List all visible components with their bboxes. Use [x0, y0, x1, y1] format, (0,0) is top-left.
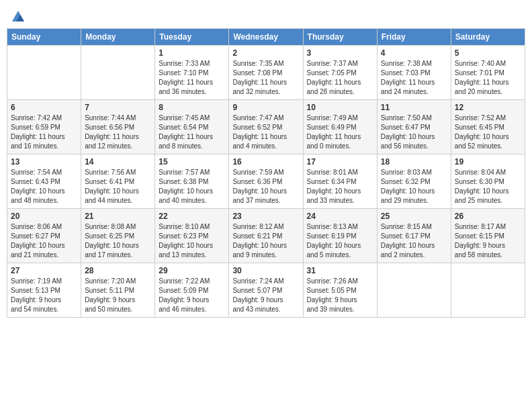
- days-of-week-row: SundayMondayTuesdayWednesdayThursdayFrid…: [7, 29, 525, 46]
- calendar-cell: 8Sunrise: 7:45 AM Sunset: 6:54 PM Daylig…: [155, 100, 229, 154]
- day-of-week-header: Thursday: [303, 29, 377, 46]
- calendar-cell: [451, 263, 525, 318]
- calendar-cell: 7Sunrise: 7:44 AM Sunset: 6:56 PM Daylig…: [81, 100, 155, 154]
- day-number: 26: [455, 212, 521, 221]
- day-number: 30: [232, 266, 299, 275]
- day-info: Sunrise: 7:26 AM Sunset: 5:05 PM Dayligh…: [307, 277, 373, 314]
- calendar-cell: [377, 263, 451, 318]
- day-info: Sunrise: 7:38 AM Sunset: 7:03 PM Dayligh…: [381, 59, 447, 97]
- day-info: Sunrise: 7:44 AM Sunset: 6:56 PM Dayligh…: [85, 113, 151, 151]
- day-number: 31: [307, 266, 373, 275]
- day-number: 24: [307, 212, 373, 221]
- day-info: Sunrise: 7:37 AM Sunset: 7:05 PM Dayligh…: [307, 59, 373, 97]
- day-number: 11: [381, 103, 447, 112]
- day-info: Sunrise: 7:50 AM Sunset: 6:47 PM Dayligh…: [381, 113, 447, 151]
- day-number: 25: [381, 212, 447, 221]
- day-of-week-header: Wednesday: [229, 29, 303, 46]
- calendar-cell: 28Sunrise: 7:20 AM Sunset: 5:11 PM Dayli…: [81, 263, 155, 318]
- calendar-cell: 30Sunrise: 7:24 AM Sunset: 5:07 PM Dayli…: [229, 263, 303, 318]
- day-number: 20: [11, 212, 77, 221]
- calendar-cell: 31Sunrise: 7:26 AM Sunset: 5:05 PM Dayli…: [303, 263, 377, 318]
- day-number: 1: [159, 48, 225, 58]
- calendar-cell: 14Sunrise: 7:56 AM Sunset: 6:41 PM Dayli…: [81, 154, 155, 209]
- day-info: Sunrise: 8:13 AM Sunset: 6:19 PM Dayligh…: [307, 222, 373, 260]
- day-number: 12: [455, 103, 521, 112]
- day-number: 28: [85, 266, 151, 275]
- calendar-week-row: 27Sunrise: 7:19 AM Sunset: 5:13 PM Dayli…: [7, 263, 525, 318]
- day-info: Sunrise: 7:42 AM Sunset: 6:59 PM Dayligh…: [11, 113, 77, 151]
- day-number: 29: [159, 266, 225, 275]
- logo: [9, 9, 26, 24]
- calendar-cell: 27Sunrise: 7:19 AM Sunset: 5:13 PM Dayli…: [7, 263, 81, 318]
- day-number: 4: [381, 48, 447, 58]
- calendar-cell: 20Sunrise: 8:06 AM Sunset: 6:27 PM Dayli…: [7, 209, 81, 263]
- day-info: Sunrise: 8:10 AM Sunset: 6:23 PM Dayligh…: [159, 222, 225, 260]
- calendar-cell: 26Sunrise: 8:17 AM Sunset: 6:15 PM Dayli…: [451, 209, 525, 263]
- day-of-week-header: Saturday: [451, 29, 525, 46]
- calendar-cell: 25Sunrise: 8:15 AM Sunset: 6:17 PM Dayli…: [377, 209, 451, 263]
- day-info: Sunrise: 8:15 AM Sunset: 6:17 PM Dayligh…: [381, 222, 447, 260]
- day-number: 14: [85, 157, 151, 167]
- day-number: 10: [307, 103, 373, 112]
- calendar-cell: 16Sunrise: 7:59 AM Sunset: 6:36 PM Dayli…: [229, 154, 303, 209]
- day-info: Sunrise: 7:56 AM Sunset: 6:41 PM Dayligh…: [85, 168, 151, 205]
- day-info: Sunrise: 7:54 AM Sunset: 6:43 PM Dayligh…: [11, 168, 77, 205]
- page-header: [7, 7, 525, 24]
- day-info: Sunrise: 7:22 AM Sunset: 5:09 PM Dayligh…: [159, 277, 225, 314]
- day-info: Sunrise: 8:17 AM Sunset: 6:15 PM Dayligh…: [455, 222, 521, 260]
- calendar-week-row: 13Sunrise: 7:54 AM Sunset: 6:43 PM Dayli…: [7, 154, 525, 209]
- day-number: 16: [232, 157, 299, 167]
- day-number: 8: [159, 103, 225, 112]
- day-info: Sunrise: 8:08 AM Sunset: 6:25 PM Dayligh…: [85, 222, 151, 260]
- calendar-cell: 12Sunrise: 7:52 AM Sunset: 6:45 PM Dayli…: [451, 100, 525, 154]
- calendar-cell: 29Sunrise: 7:22 AM Sunset: 5:09 PM Dayli…: [155, 263, 229, 318]
- day-number: 7: [85, 103, 151, 112]
- day-number: 17: [307, 157, 373, 167]
- calendar-cell: 13Sunrise: 7:54 AM Sunset: 6:43 PM Dayli…: [7, 154, 81, 209]
- calendar-cell: 18Sunrise: 8:03 AM Sunset: 6:32 PM Dayli…: [377, 154, 451, 209]
- day-number: 3: [307, 48, 373, 58]
- day-info: Sunrise: 8:04 AM Sunset: 6:30 PM Dayligh…: [455, 168, 521, 205]
- day-number: 5: [455, 48, 521, 58]
- day-number: 9: [232, 103, 299, 112]
- day-of-week-header: Friday: [377, 29, 451, 46]
- day-of-week-header: Sunday: [7, 29, 81, 46]
- day-number: 23: [232, 212, 299, 221]
- calendar-cell: 10Sunrise: 7:49 AM Sunset: 6:49 PM Dayli…: [303, 100, 377, 154]
- day-info: Sunrise: 7:52 AM Sunset: 6:45 PM Dayligh…: [455, 113, 521, 151]
- calendar-header: SundayMondayTuesdayWednesdayThursdayFrid…: [7, 29, 525, 46]
- day-number: 15: [159, 157, 225, 167]
- day-of-week-header: Monday: [81, 29, 155, 46]
- calendar-cell: 9Sunrise: 7:47 AM Sunset: 6:52 PM Daylig…: [229, 100, 303, 154]
- calendar-cell: 6Sunrise: 7:42 AM Sunset: 6:59 PM Daylig…: [7, 100, 81, 154]
- day-number: 19: [455, 157, 521, 167]
- day-info: Sunrise: 8:03 AM Sunset: 6:32 PM Dayligh…: [381, 168, 447, 205]
- day-info: Sunrise: 7:47 AM Sunset: 6:52 PM Dayligh…: [232, 113, 299, 151]
- calendar-cell: [7, 46, 81, 100]
- calendar-cell: 22Sunrise: 8:10 AM Sunset: 6:23 PM Dayli…: [155, 209, 229, 263]
- day-info: Sunrise: 8:06 AM Sunset: 6:27 PM Dayligh…: [11, 222, 77, 260]
- calendar-cell: 24Sunrise: 8:13 AM Sunset: 6:19 PM Dayli…: [303, 209, 377, 263]
- day-number: 18: [381, 157, 447, 167]
- day-number: 6: [11, 103, 77, 112]
- calendar-cell: [81, 46, 155, 100]
- day-info: Sunrise: 7:33 AM Sunset: 7:10 PM Dayligh…: [159, 59, 225, 97]
- day-info: Sunrise: 8:12 AM Sunset: 6:21 PM Dayligh…: [232, 222, 299, 260]
- day-info: Sunrise: 7:59 AM Sunset: 6:36 PM Dayligh…: [232, 168, 299, 205]
- day-info: Sunrise: 7:57 AM Sunset: 6:38 PM Dayligh…: [159, 168, 225, 205]
- calendar-week-row: 6Sunrise: 7:42 AM Sunset: 6:59 PM Daylig…: [7, 100, 525, 154]
- calendar-cell: 19Sunrise: 8:04 AM Sunset: 6:30 PM Dayli…: [451, 154, 525, 209]
- day-number: 22: [159, 212, 225, 221]
- calendar-cell: 1Sunrise: 7:33 AM Sunset: 7:10 PM Daylig…: [155, 46, 229, 100]
- calendar-cell: 17Sunrise: 8:01 AM Sunset: 6:34 PM Dayli…: [303, 154, 377, 209]
- calendar-week-row: 20Sunrise: 8:06 AM Sunset: 6:27 PM Dayli…: [7, 209, 525, 263]
- calendar-cell: 2Sunrise: 7:35 AM Sunset: 7:08 PM Daylig…: [229, 46, 303, 100]
- day-info: Sunrise: 7:45 AM Sunset: 6:54 PM Dayligh…: [159, 113, 225, 151]
- calendar-cell: 21Sunrise: 8:08 AM Sunset: 6:25 PM Dayli…: [81, 209, 155, 263]
- day-number: 2: [232, 48, 299, 58]
- calendar-cell: 5Sunrise: 7:40 AM Sunset: 7:01 PM Daylig…: [451, 46, 525, 100]
- day-info: Sunrise: 7:49 AM Sunset: 6:49 PM Dayligh…: [307, 113, 373, 151]
- day-info: Sunrise: 8:01 AM Sunset: 6:34 PM Dayligh…: [307, 168, 373, 205]
- day-of-week-header: Tuesday: [155, 29, 229, 46]
- calendar-cell: 11Sunrise: 7:50 AM Sunset: 6:47 PM Dayli…: [377, 100, 451, 154]
